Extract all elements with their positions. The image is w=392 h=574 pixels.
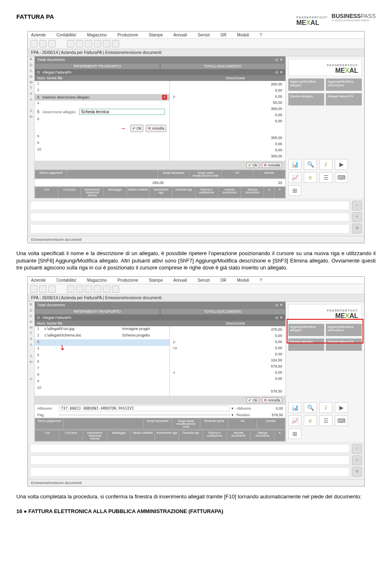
menu-item[interactable]: Stampe <box>149 33 163 37</box>
toolbar-icon[interactable] <box>67 40 74 47</box>
scegli-valuta-btn[interactable]: Scegli valuta visualizzazione totali <box>190 170 221 178</box>
menubar: Aziende Contabilita' Magazzino Produzion… <box>28 31 364 39</box>
footer-left: 250,00 <box>152 181 164 185</box>
annulla-btn[interactable]: Annulla <box>254 170 285 178</box>
toolbar-icon[interactable] <box>94 40 101 47</box>
page-title: FATTURA PA <box>16 13 54 20</box>
screenshot-2: AziendeContabilita'MagazzinoProduzioneSt… <box>27 276 365 487</box>
chart-icon[interactable]: 📈 <box>288 172 301 183</box>
menu-item[interactable]: ? <box>260 33 262 37</box>
side-btn-add-desc[interactable]: Aggiungi/Modifica descrizione <box>326 78 362 91</box>
nav-up[interactable]: ‹ <box>352 201 362 211</box>
arrow-icon: → <box>120 125 126 132</box>
grid-icon[interactable]: ⊞ <box>288 185 301 196</box>
desc-prompt: Inserisci descrizione allegato <box>42 95 89 99</box>
stats-icon[interactable]: 📊 <box>288 159 301 170</box>
footer-right: 22 <box>278 181 282 185</box>
nav-dbl[interactable]: « <box>352 212 362 222</box>
close-icon[interactable]: X <box>162 95 167 100</box>
main-area: Totali documento⊙ ✕ RIFERIMENTI TRASPORT… <box>35 56 285 198</box>
paragraph-2: Una volta completata la procedura, si co… <box>16 493 376 500</box>
breadcrumb: FPA - 26/06/14 | Azienda per FatturaPA |… <box>28 49 364 56</box>
values-column: 250,00 0,00 p0,00 55,00 305,00 0,00 0,00… <box>170 81 285 161</box>
annulla-button[interactable]: ✕Annulla <box>146 125 166 132</box>
bottom-slots: ‹ « ⚙ <box>28 198 364 236</box>
totali-header: TOTALI DOCUMENTO <box>160 63 285 70</box>
elenco-btn[interactable]: Elenco pagamenti <box>36 170 67 178</box>
status-bar: Emissione/revisione documenti <box>28 236 364 243</box>
menu-item[interactable]: DR <box>220 33 226 37</box>
toolbar-icon[interactable] <box>30 40 38 47</box>
menu-item[interactable]: Contabilita' <box>56 33 76 37</box>
menu-item[interactable]: Moduli <box>237 33 249 37</box>
toolbar-icon[interactable] <box>48 40 56 47</box>
ok-btn[interactable]: OK <box>222 170 253 178</box>
right-panel: PASSEPARTOUTMEXAL Aggiungi/Modifica alle… <box>285 56 364 198</box>
ok-button[interactable]: ✔Ok <box>130 125 143 132</box>
allegati-header: Allegati FatturaPA <box>42 70 72 74</box>
side-btn-allegati-pa[interactable]: Allegati fattura PA <box>326 93 362 105</box>
eco-icon[interactable]: e <box>304 172 317 183</box>
toolbar-icon[interactable] <box>76 40 83 47</box>
abbuono-label: Abbuono <box>37 406 58 410</box>
paragraph-1: Una volta specificati il nome e la descr… <box>16 250 376 271</box>
menu-item[interactable]: Produzione <box>118 33 138 37</box>
keyboard-icon[interactable]: ⌨ <box>335 172 348 183</box>
abbuono-value[interactable]: 737.00023 ABBUONI-ARROTON.PASSIVI <box>59 406 230 411</box>
info-icon[interactable]: i <box>319 159 332 170</box>
toolbar <box>28 39 364 49</box>
desc-label: Descrizione allegato <box>43 110 76 114</box>
totali-label: Totali documento <box>35 56 67 63</box>
toolbar-icon[interactable] <box>112 40 119 47</box>
annulla-button-3[interactable]: ✕Annulla <box>262 397 282 403</box>
toolbar-icon[interactable] <box>39 40 47 47</box>
search-icon[interactable]: 🔍 <box>304 159 317 170</box>
list-icon[interactable]: ☰ <box>319 172 332 183</box>
side-btn-add-attach[interactable]: Aggiungi/Modifica allegato <box>288 78 324 91</box>
menu-item[interactable]: Magazzino <box>87 33 107 37</box>
toolbar-icon[interactable] <box>85 40 92 47</box>
scegli-stampante-btn[interactable]: Scegli stampante <box>158 170 189 178</box>
annulla-button-2[interactable]: ✕Annulla <box>262 162 282 168</box>
nav-cfg[interactable]: ⚙ <box>352 224 362 233</box>
menu-item[interactable]: Annuali <box>174 33 187 37</box>
desc-input[interactable] <box>79 109 165 115</box>
bottom-bar-1: Elenco pagamenti Scegli stampante Scegli… <box>35 170 285 179</box>
pag-label: Pag <box>37 413 58 417</box>
riferimenti-header: RIFERIMENTI TRASPORTO <box>35 63 160 70</box>
menu-item[interactable]: Aziende <box>31 33 46 37</box>
play-icon[interactable]: ▶ <box>335 159 348 170</box>
page-footer: 16 ● FATTURA ELETTRONICA ALLA PUBBLICA A… <box>16 508 376 514</box>
screenshot-1: Aziende Contabilita' Magazzino Produzion… <box>27 31 365 243</box>
ok-button-3[interactable]: ✔Ok <box>246 397 259 403</box>
ok-button-2[interactable]: ✔Ok <box>246 162 259 168</box>
logos: PASSEPARTOUTMEXAL BUSINESSPASSlo studio … <box>296 13 376 26</box>
side-btn-del-attach[interactable]: Elimina allegato <box>288 93 324 105</box>
menu-item[interactable]: Servizi <box>198 33 210 37</box>
bottom-buttons: Cod Cod+prec Inserimento/ Variazione art… <box>35 186 285 198</box>
attachments-table-2[interactable]: 1c:\allegati\Foto.jpgImmagine proget 2c:… <box>35 326 170 396</box>
left-column: RDCNMT0AAIn <box>28 56 35 198</box>
toolbar-icon[interactable] <box>103 40 110 47</box>
attachments-table[interactable]: 1 2 3Inserisci descrizione allegatoX 4 5… <box>35 81 170 161</box>
